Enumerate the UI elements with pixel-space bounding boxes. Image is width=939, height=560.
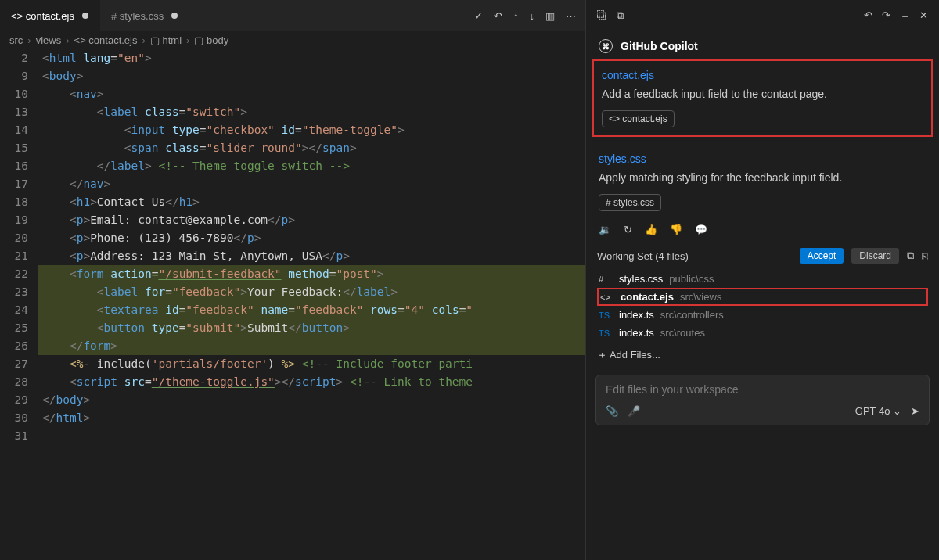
- arrow-up-icon[interactable]: ↑: [513, 10, 519, 22]
- request-description: Apply matching styling for the feedback …: [599, 170, 926, 186]
- panel-icon[interactable]: ⿻: [597, 9, 607, 23]
- code-line[interactable]: 31: [0, 427, 585, 445]
- copilot-request: contact.ejsAdd a feedback input field to…: [592, 59, 933, 137]
- code-editor[interactable]: 2<html lang="en">9<body>10 <nav>13 <labe…: [0, 49, 585, 560]
- panel-toolbar: ⿻ ⧉ ↶ ↷ ＋ ✕: [586, 0, 939, 33]
- feedback-actions: 🔉 ↻ 👍 👎 💬: [586, 221, 939, 239]
- code-line[interactable]: 15 <span class="slider round"></span>: [0, 139, 585, 157]
- modified-dot: [82, 13, 88, 19]
- tab-styles.css[interactable]: # styles.css: [100, 0, 189, 31]
- diff-icon[interactable]: ⎘: [922, 250, 928, 262]
- breadcrumb-item[interactable]: <> contact.ejs: [74, 34, 138, 46]
- code-line[interactable]: 17 </nav>: [0, 175, 585, 193]
- code-line[interactable]: 30</html>: [0, 409, 585, 427]
- working-set-file[interactable]: TSindex.tssrc\routes: [597, 324, 928, 342]
- code-line[interactable]: 10 <nav>: [0, 85, 585, 103]
- speaker-icon[interactable]: 🔉: [599, 224, 611, 235]
- context-chip[interactable]: <> contact.ejs: [602, 110, 675, 127]
- model-picker[interactable]: GPT 4o ⌄: [855, 405, 901, 417]
- close-icon[interactable]: ✕: [919, 9, 928, 23]
- breadcrumb-item[interactable]: ▢ html: [150, 34, 182, 46]
- request-file-link[interactable]: contact.ejs: [602, 69, 923, 81]
- attach-icon[interactable]: 📎: [606, 405, 618, 417]
- code-line[interactable]: 19 <p>Email: contact@example.com</p>: [0, 211, 585, 229]
- working-set-file[interactable]: <>contact.ejssrc\views: [597, 288, 928, 306]
- code-line[interactable]: 9<body>: [0, 67, 585, 85]
- code-line[interactable]: 20 <p>Phone: (123) 456-7890</p>: [0, 229, 585, 247]
- redo-icon[interactable]: ↷: [882, 9, 890, 23]
- arrow-down-icon[interactable]: ↓: [530, 10, 535, 22]
- code-line[interactable]: 26 </form>: [0, 337, 585, 355]
- code-line[interactable]: 24 <textarea id="feedback" name="feedbac…: [0, 301, 585, 319]
- breadcrumb-item[interactable]: ▢ body: [194, 34, 228, 46]
- thumbs-down-icon[interactable]: 👎: [670, 224, 682, 235]
- refresh-icon[interactable]: ↻: [624, 224, 632, 235]
- breadcrumb-item[interactable]: views: [36, 34, 62, 46]
- code-line[interactable]: 2<html lang="en">: [0, 49, 585, 67]
- working-set-file[interactable]: TSindex.tssrc\controllers: [597, 306, 928, 324]
- mic-icon[interactable]: 🎤: [628, 405, 640, 417]
- code-line[interactable]: 14 <input type="checkbox" id="theme-togg…: [0, 121, 585, 139]
- code-line[interactable]: 29</body>: [0, 391, 585, 409]
- plus-icon[interactable]: ＋: [900, 9, 910, 23]
- request-description: Add a feedback input field to the contac…: [602, 86, 923, 102]
- copilot-icon: ⌘: [599, 39, 613, 53]
- code-line[interactable]: 27 <%- include('partials/footer') %> <!-…: [0, 355, 585, 373]
- undo-icon[interactable]: ↶: [864, 9, 872, 23]
- breadcrumb-item[interactable]: src: [9, 34, 23, 46]
- code-line[interactable]: 22 <form action="/submit-feedback" metho…: [0, 265, 585, 283]
- tab-bar: <> contact.ejs# styles.css✓↶↑↓▥⋯: [0, 0, 585, 31]
- comment-icon[interactable]: 💬: [695, 224, 707, 235]
- more-icon[interactable]: ⋯: [566, 10, 576, 22]
- context-chip[interactable]: # styles.css: [599, 194, 661, 211]
- accept-button[interactable]: Accept: [800, 248, 844, 264]
- copilot-title: GitHub Copilot: [621, 40, 698, 52]
- code-line[interactable]: 18 <h1>Contact Us</h1>: [0, 193, 585, 211]
- split-icon[interactable]: ▥: [545, 10, 555, 22]
- copy-icon[interactable]: ⧉: [907, 249, 914, 262]
- chat-placeholder: Edit files in your workspace: [606, 383, 919, 396]
- code-line[interactable]: 13 <label class="switch">: [0, 103, 585, 121]
- copilot-request: styles.cssApply matching styling for the…: [586, 145, 939, 221]
- working-set-label: Working Set (4 files): [597, 250, 792, 262]
- modified-dot: [171, 13, 178, 19]
- thumbs-up-icon[interactable]: 👍: [645, 224, 657, 235]
- undo-icon[interactable]: ↶: [494, 10, 502, 22]
- chevron-down-icon: ⌄: [893, 405, 901, 417]
- code-line[interactable]: 25 <button type="submit">Submit</button>: [0, 319, 585, 337]
- new-chat-icon[interactable]: ⧉: [617, 9, 624, 23]
- add-files-button[interactable]: ＋ Add Files...: [586, 343, 939, 367]
- tab-contact.ejs[interactable]: <> contact.ejs: [0, 0, 100, 31]
- chat-input[interactable]: Edit files in your workspace 📎 🎤 GPT 4o …: [595, 375, 930, 425]
- working-set-file[interactable]: #styles.csspublic\css: [597, 270, 928, 288]
- code-line[interactable]: 23 <label for="feedback">Your Feedback:<…: [0, 283, 585, 301]
- request-file-link[interactable]: styles.css: [599, 153, 926, 165]
- code-line[interactable]: 21 <p>Address: 123 Main St, Anytown, USA…: [0, 247, 585, 265]
- check-icon[interactable]: ✓: [474, 10, 483, 22]
- code-line[interactable]: 28 <script src="/theme-toggle.js"></scri…: [0, 373, 585, 391]
- breadcrumb: src›views›<> contact.ejs›▢ html›▢ body: [0, 31, 585, 49]
- code-line[interactable]: 16 </label> <!-- Theme toggle switch -->: [0, 157, 585, 175]
- discard-button[interactable]: Discard: [851, 248, 899, 264]
- send-icon[interactable]: ➤: [911, 405, 919, 417]
